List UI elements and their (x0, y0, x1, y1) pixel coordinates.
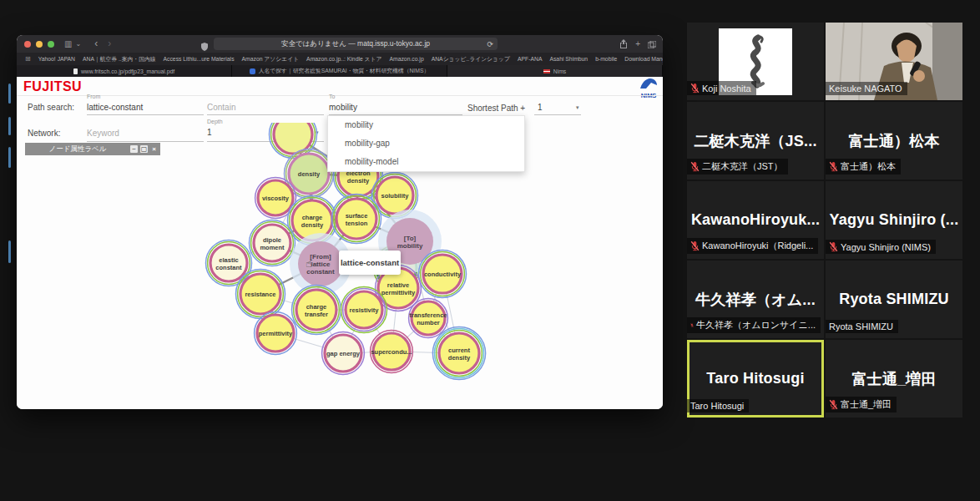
to-input[interactable]: mobility (329, 103, 357, 112)
participant-name-label: Ryota SHIMIZU (826, 320, 898, 333)
node-label: dipolemoment (260, 236, 285, 251)
graph-node-dipole-moment[interactable]: dipolemoment (250, 220, 296, 266)
node-label: gap energy (326, 350, 361, 357)
bookmark-item-5[interactable]: Amazon.co.jp (389, 56, 423, 62)
new-tab-button[interactable]: + (635, 35, 640, 53)
tab-nims[interactable]: Nims (447, 65, 663, 77)
page-content: FUJITSU NIMS densityviscosityelectronden… (17, 77, 663, 409)
node-label: conductivity (424, 271, 462, 278)
graph-node-gap-energy[interactable]: gap energy (322, 332, 365, 375)
bookmark-item-4[interactable]: Amazon.co.jp..: Kindle ストア (306, 55, 381, 63)
name-label-text: Koji Noshita (702, 84, 751, 94)
dropdown-option-mobility[interactable]: mobility (328, 116, 524, 134)
name-label-text: Keisuke NAGATO (829, 84, 902, 94)
nims-logo[interactable]: NIMS (639, 78, 658, 99)
participant-grid: Koji NoshitaKeisuke NAGATO二梃木克洋（JS...二梃木… (687, 23, 962, 418)
address-bar[interactable]: 安全ではありません — matq.issp.u-tokyo.ac.jp ⟳ (214, 38, 498, 50)
participant-name-label: Yagyu Shinjiro (NIMS) (826, 240, 936, 254)
bookmark-item-0[interactable]: Yahoo! JAPAN (38, 56, 75, 62)
muted-mic-icon (690, 161, 700, 172)
muted-mic-icon (690, 240, 700, 251)
contain-input[interactable]: Contain (207, 103, 235, 112)
participant-tile-0[interactable]: Koji Noshita (687, 23, 824, 100)
muted-mic-icon (829, 161, 838, 172)
participant-name-label: 富士通_増田 (826, 397, 897, 412)
tab-fritsch-pdf[interactable]: www.fritsch.co.jp/pdfjp23_manual.pdf (17, 65, 232, 77)
participant-tile-9[interactable]: 富士通_増田富士通_増田 (826, 340, 962, 418)
graph-node-permittivity[interactable]: permittivity (255, 312, 297, 355)
chevron-down-icon[interactable]: ⌄ (75, 35, 81, 53)
graph-node-resistivity[interactable]: resistivity (341, 287, 387, 333)
shortest-path-caret-icon[interactable]: ▾ (576, 104, 579, 111)
tab-label: 人名で探す｜研究者総覧SAMURAI・物質・材料研究機構（NIMS） (259, 67, 429, 75)
participant-tile-6[interactable]: 牛久祥孝（オム...牛久祥孝（オムロンサイニ... (687, 261, 824, 338)
graph-node-conductivity[interactable]: conductivity (419, 250, 467, 298)
bookmark-grid-icon[interactable]: ⊞ (25, 55, 31, 63)
participant-tile-7[interactable]: Ryota SHIMIZURyota SHIMIZU (826, 261, 962, 338)
sidebar-icon[interactable]: ▥ (64, 35, 72, 53)
participant-name-label: 牛久祥孝（オムロンサイニ... (687, 317, 821, 333)
participant-tile-8[interactable]: Taro HitosugiTaro Hitosugi (687, 340, 824, 418)
minimize-window-button[interactable] (36, 41, 43, 48)
graph-node-charge-transfer[interactable]: chargetransfer (292, 286, 341, 335)
graph-node-superconductor[interactable]: supercondu... (371, 331, 413, 373)
tab-samurai-nims[interactable]: 人名で探す｜研究者総覧SAMURAI・物質・材料研究機構（NIMS） (232, 65, 447, 77)
graph-node-surface-tension[interactable]: surfacetension (332, 195, 381, 244)
from-underline (87, 114, 204, 115)
graph-node-resistance[interactable]: resistance (236, 270, 285, 319)
participant-display-name: 富士通_増田 (851, 369, 936, 389)
tab-overview-icon[interactable] (648, 37, 656, 52)
graph-node-elastic-constant[interactable]: elasticconstant (206, 240, 252, 286)
from-field-label: From (87, 94, 100, 99)
dropdown-option-mobility-model[interactable]: mobility-model (328, 153, 524, 171)
node-attribute-panel[interactable]: ノード属性ラベル − ▢ × (25, 143, 160, 155)
from-input[interactable]: lattice-constant (87, 103, 143, 112)
name-label-text: Ryota SHIMIZU (829, 321, 893, 331)
bookmark-item-3[interactable]: Amazon アソシエイト (242, 55, 300, 63)
close-window-button[interactable] (24, 41, 31, 48)
edge-indicator-bar-1 (8, 117, 11, 135)
zoom-window-button[interactable] (48, 41, 54, 48)
header-divider (17, 95, 663, 96)
panel-minimize-button[interactable]: − (130, 145, 138, 153)
participant-tile-4[interactable]: KawanoHiroyuk...KawanoHiroyuki（Ridgeli..… (687, 181, 824, 259)
node-tooltip: lattice-constant (339, 250, 401, 275)
browser-titlebar: ▥ ⌄ ‹ › 安全ではありません — matq.issp.u-tokyo.ac… (17, 35, 663, 53)
graph-node-transference-number[interactable]: transferencenumber (409, 299, 448, 338)
bookmark-item-1[interactable]: ANA｜航空券 ..案内・国内線 (83, 55, 155, 63)
participant-tile-5[interactable]: Yagyu Shinjiro (...Yagyu Shinjiro (NIMS) (826, 181, 962, 259)
participant-display-name: 富士通）松本 (848, 131, 939, 151)
contain-underline (207, 114, 324, 115)
bookmark-item-8[interactable]: Asahi Shimbun (549, 56, 588, 62)
panel-maximize-button[interactable]: ▢ (140, 145, 148, 153)
participant-name-label: 富士通）松本 (826, 159, 901, 175)
participant-display-name: KawanoHiroyuk... (691, 211, 820, 229)
bookmark-item-7[interactable]: APF-ANA (518, 56, 542, 62)
graph-node-current-density[interactable]: currentdensity (432, 326, 485, 379)
panel-close-button[interactable]: × (150, 145, 158, 153)
node-label: resistivity (349, 306, 379, 314)
url-text: 安全ではありません — matq.issp.u-tokyo.ac.jp (281, 39, 430, 49)
forward-button[interactable]: › (108, 35, 111, 53)
participant-tile-1[interactable]: Keisuke NAGATO (826, 23, 962, 100)
bookmark-item-2[interactable]: Access Lithiu...ure Materials (164, 56, 235, 62)
participant-name-label: KawanoHiroyuki（Ridgeli... (687, 238, 818, 254)
node-label: solubility (381, 192, 410, 200)
bookmark-item-9[interactable]: b-mobile (595, 56, 617, 62)
fujitsu-logo[interactable]: FUJITSU (23, 79, 82, 94)
participant-tile-3[interactable]: 富士通）松本富士通）松本 (826, 102, 962, 180)
bookmark-item-10[interactable]: Download Manga (624, 56, 663, 62)
name-label-text: Taro Hitosugi (690, 401, 744, 411)
node-label: currentdensity (448, 347, 471, 362)
share-icon[interactable] (619, 37, 628, 52)
tab-label: www.fritsch.co.jp/pdfjp23_manual.pdf (81, 68, 174, 74)
participant-tile-2[interactable]: 二梃木克洋（JS...二梃木克洋（JST） (687, 102, 824, 180)
edge-indicator-bar-2 (8, 147, 11, 168)
graph-node-viscosity[interactable]: viscosity (255, 178, 296, 219)
reload-icon[interactable]: ⟳ (487, 40, 493, 48)
shortest-path-select[interactable]: 1 (538, 103, 543, 112)
dropdown-option-mobility-gap[interactable]: mobility-gap (328, 134, 524, 153)
bookmark-item-6[interactable]: ANAショッピ..ラインショップ (432, 55, 510, 63)
back-button[interactable]: ‹ (94, 35, 98, 53)
nims-logo-mark-icon (639, 78, 658, 89)
